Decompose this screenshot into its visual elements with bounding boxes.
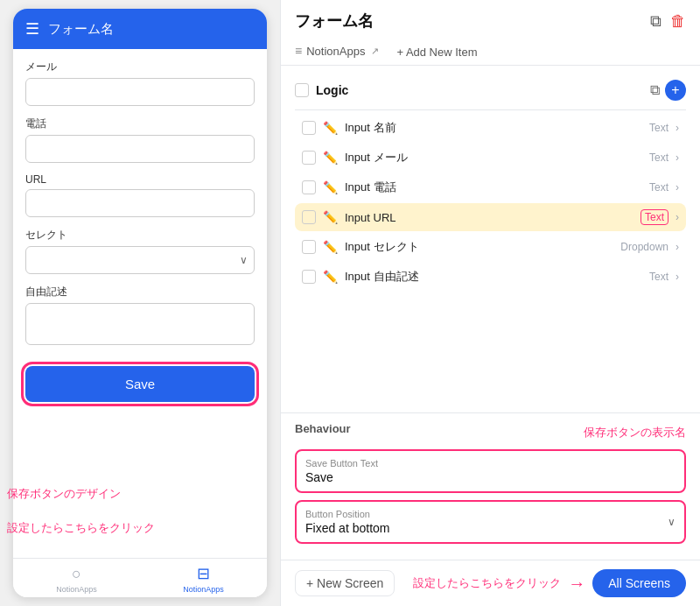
- item-checkbox-4[interactable]: [302, 240, 316, 254]
- form-item-url[interactable]: ✏️ Input URL Text ›: [295, 203, 686, 231]
- form-item-denwa[interactable]: ✏️ Input 電話 Text ›: [295, 173, 686, 201]
- delete-icon[interactable]: 🗑: [670, 12, 686, 31]
- field-email-label: メール: [25, 60, 255, 74]
- logic-text: Logic: [316, 83, 348, 97]
- item-type-2: Text: [649, 181, 668, 194]
- field-select-group: セレクト ∨: [25, 228, 255, 274]
- new-screen-label: + New Screen: [306, 576, 383, 590]
- right-tabs: ≡ NotionApps ↗ + Add New Item: [295, 39, 686, 65]
- item-type-1: Text: [649, 152, 668, 164]
- nav-icon-2: ⊟: [197, 564, 210, 583]
- save-button-text-wrapper[interactable]: Save Button Text Save: [295, 449, 686, 493]
- item-checkbox-0[interactable]: [302, 121, 316, 135]
- item-name-3: Input URL: [345, 211, 634, 224]
- form-items-section: Logic ⧉ + ✏️ Input 名前 Text › ✏️ Input メー…: [281, 66, 700, 412]
- field-email-group: メール: [25, 60, 255, 106]
- form-item-mail[interactable]: ✏️ Input メール Text ›: [295, 144, 686, 172]
- field-url-input[interactable]: [25, 189, 255, 217]
- item-type-5: Text: [649, 271, 668, 283]
- field-phone-input[interactable]: [25, 135, 255, 163]
- logic-checkbox[interactable]: [295, 83, 309, 97]
- mobile-bottom-nav: ○ NotionApps ⊟ NotionApps: [13, 558, 267, 597]
- logic-icons: ⧉ +: [650, 80, 686, 101]
- new-screen-button[interactable]: + New Screen: [295, 570, 395, 596]
- arrow-icon: →: [568, 574, 585, 594]
- logic-add-button[interactable]: +: [665, 80, 686, 101]
- all-screens-button[interactable]: All Screens: [592, 569, 686, 597]
- right-header: フォーム名 ⧉ 🗑 ≡ NotionApps ↗ + Add New Item: [281, 0, 700, 66]
- edit-icon-0[interactable]: ✏️: [323, 121, 338, 135]
- edit-icon-4[interactable]: ✏️: [323, 240, 338, 254]
- button-position-label: Button Position: [305, 509, 390, 519]
- item-checkbox-1[interactable]: [302, 151, 316, 165]
- item-type-0: Text: [649, 122, 668, 134]
- edit-icon-1[interactable]: ✏️: [323, 151, 338, 165]
- field-textarea-group: 自由記述: [25, 285, 255, 349]
- behaviour-title: Behaviour: [295, 422, 351, 435]
- save-button-text-label: Save Button Text: [305, 458, 676, 469]
- right-panel-title: フォーム名: [295, 11, 374, 32]
- save-button-text-field: Save Button Text Save: [295, 449, 686, 493]
- behaviour-section: Behaviour 保存ボタンの表示名 Save Button Text Sav…: [281, 412, 700, 560]
- nav-item-notionapps-2[interactable]: ⊟ NotionApps: [183, 564, 224, 594]
- item-name-5: Input 自由記述: [345, 269, 642, 285]
- mobile-content: メール 電話 URL セレクト ∨: [13, 49, 267, 558]
- item-chevron-0: ›: [676, 122, 679, 134]
- left-panel: ☰ フォーム名 メール 電話 URL セレクト: [0, 0, 280, 606]
- field-select-input[interactable]: [25, 246, 255, 274]
- save-button[interactable]: Save: [25, 366, 255, 402]
- item-type-4: Dropdown: [620, 241, 668, 253]
- form-item-textarea[interactable]: ✏️ Input 自由記述 Text ›: [295, 263, 686, 291]
- item-name-4: Input セレクト: [345, 239, 613, 255]
- item-chevron-1: ›: [676, 152, 679, 164]
- nav-label-1: NotionApps: [56, 585, 97, 594]
- logic-row: Logic ⧉ +: [295, 74, 686, 106]
- form-item-select[interactable]: ✏️ Input セレクト Dropdown ›: [295, 233, 686, 261]
- item-type-3: Text: [640, 209, 668, 225]
- field-email-input[interactable]: [25, 78, 255, 106]
- button-position-value: Fixed at bottom: [305, 521, 390, 535]
- right-wrapper: フォーム名 ⧉ 🗑 ≡ NotionApps ↗ + Add New Item: [280, 0, 700, 606]
- button-position-field: Button Position Fixed at bottom ∨: [295, 500, 686, 544]
- field-textarea-input[interactable]: [25, 303, 255, 345]
- item-name-2: Input 電話: [345, 180, 642, 195]
- tab-db-icon: ≡: [295, 44, 302, 58]
- field-select-label: セレクト: [25, 228, 255, 243]
- item-checkbox-3[interactable]: [302, 210, 316, 224]
- annotation-save-design: 保存ボタンのデザイン 設定したらこちらをクリック: [7, 485, 155, 537]
- right-panel: フォーム名 ⧉ 🗑 ≡ NotionApps ↗ + Add New Item: [280, 0, 700, 606]
- item-chevron-2: ›: [676, 181, 679, 194]
- save-button-text-value: Save: [305, 470, 676, 484]
- copy-icon[interactable]: ⧉: [650, 12, 662, 31]
- field-url-group: URL: [25, 173, 255, 217]
- logic-copy-icon[interactable]: ⧉: [650, 82, 660, 98]
- item-checkbox-5[interactable]: [302, 270, 316, 284]
- nav-icon-1: ○: [72, 565, 81, 583]
- form-item-namae[interactable]: ✏️ Input 名前 Text ›: [295, 114, 686, 142]
- edit-icon-2[interactable]: ✏️: [323, 180, 338, 194]
- mobile-title: フォーム名: [48, 21, 114, 38]
- external-link-icon: ↗: [371, 46, 379, 57]
- annotation-button-display-name: 保存ボタンの表示名: [584, 425, 686, 440]
- edit-icon-3[interactable]: ✏️: [323, 210, 338, 224]
- field-phone-group: 電話: [25, 116, 255, 163]
- menu-icon[interactable]: ☰: [25, 19, 39, 39]
- field-phone-label: 電話: [25, 116, 255, 131]
- chevron-down-icon: ∨: [668, 516, 676, 528]
- tab-notionapps-label: NotionApps: [306, 45, 365, 58]
- field-textarea-label: 自由記述: [25, 285, 255, 299]
- edit-icon-5[interactable]: ✏️: [323, 270, 338, 284]
- logic-label-group: Logic: [295, 83, 348, 97]
- item-name-1: Input メール: [345, 150, 642, 166]
- item-checkbox-2[interactable]: [302, 180, 316, 194]
- field-url-label: URL: [25, 173, 255, 186]
- button-position-wrapper[interactable]: Button Position Fixed at bottom ∨: [295, 500, 686, 544]
- field-select-wrapper: ∨: [25, 246, 255, 274]
- nav-item-notionapps-1[interactable]: ○ NotionApps: [56, 565, 97, 594]
- button-position-group: Button Position Fixed at bottom: [305, 509, 390, 535]
- item-chevron-5: ›: [676, 271, 679, 283]
- add-new-item-button[interactable]: + Add New Item: [396, 46, 477, 59]
- tab-notionapps[interactable]: ≡ NotionApps ↗: [295, 39, 379, 65]
- bottom-bar: + New Screen 設定したらこちらをクリック → All Screens: [281, 560, 700, 606]
- mobile-header: ☰ フォーム名: [13, 9, 267, 49]
